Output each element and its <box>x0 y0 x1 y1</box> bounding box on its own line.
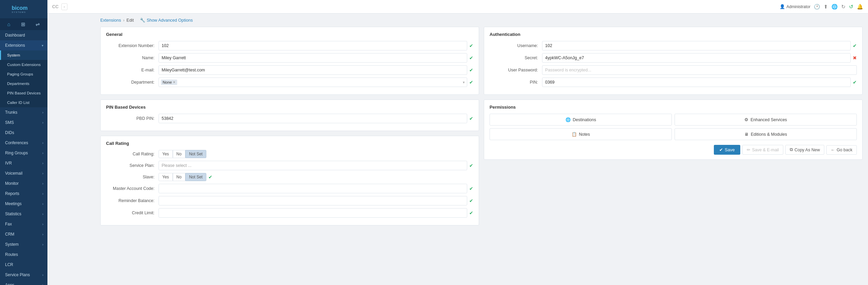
bell-icon[interactable]: 🔔 <box>857 4 863 10</box>
secret-input[interactable] <box>542 53 851 63</box>
pbd-pin-input[interactable] <box>159 114 467 123</box>
enhanced-services-btn[interactable]: ⚙ Enhanced Services <box>675 114 857 126</box>
slave-yes-btn[interactable]: Yes <box>159 173 173 181</box>
sidebar-item-dids[interactable]: DIDs <box>0 128 47 138</box>
refresh-alt-icon[interactable]: ↺ <box>849 4 853 10</box>
sidebar-item-fax[interactable]: Fax › <box>0 219 47 229</box>
chevron-right-icon: › <box>42 222 43 226</box>
department-select[interactable]: None × ▾ <box>159 78 467 87</box>
sidebar-item-crm[interactable]: CRM › <box>0 229 47 239</box>
save-email-button[interactable]: ✏ Save & E-mail <box>742 145 783 155</box>
name-input[interactable] <box>159 53 467 63</box>
extensions-submenu: System Custom Extensions Paging Groups D… <box>0 50 47 107</box>
slave-not-set-btn[interactable]: Not Set <box>185 173 206 181</box>
reminder-balance-input[interactable] <box>159 196 467 205</box>
call-rating-btn-wrap: Yes No Not Set <box>159 150 473 158</box>
sidebar-item-lcr[interactable]: LCR <box>0 260 47 270</box>
username-input[interactable] <box>542 41 851 50</box>
save-button[interactable]: ✔ Save <box>714 145 740 155</box>
sidebar-item-system2[interactable]: System › <box>0 239 47 249</box>
sidebar-item-apps[interactable]: Apps › <box>0 280 47 285</box>
slave-btn-group: Yes No Not Set <box>159 173 206 181</box>
call-rating-no-btn[interactable]: No <box>173 150 185 158</box>
sidebar-item-caller-id-list[interactable]: Caller ID List <box>0 98 47 107</box>
sidebar-item-statistics[interactable]: Statistics › <box>0 209 47 219</box>
slave-check-icon: ✔ <box>208 174 212 180</box>
topbar-left: CC - <box>52 3 67 10</box>
sidebar-item-conferences[interactable]: Conferences › <box>0 138 47 148</box>
show-advanced-options-link[interactable]: 🔧 Show Advanced Options <box>140 18 193 23</box>
svg-text:SYSTEMS: SYSTEMS <box>12 11 26 13</box>
sidebar-item-pin-based-devices[interactable]: PIN Based Devices <box>0 88 47 98</box>
sidebar-item-service-plans[interactable]: Service Plans › <box>0 270 47 280</box>
service-plan-select[interactable]: Please select ... <box>159 161 467 170</box>
slave-btn-wrap: Yes No Not Set ✔ <box>159 173 473 181</box>
master-account-input[interactable] <box>159 184 467 193</box>
chevron-right-icon: › <box>42 273 43 277</box>
chevron-right-icon: › <box>42 202 43 206</box>
chevron-right-icon: › <box>42 182 43 185</box>
sidebar-item-meetings[interactable]: Meetings › <box>0 199 47 209</box>
user-password-input[interactable]: Password is encrypted... <box>542 65 857 75</box>
breadcrumb-extensions-link[interactable]: Extensions <box>100 18 121 23</box>
master-account-wrap: ✔ <box>159 184 473 193</box>
name-row: Name: ✔ <box>106 53 473 63</box>
sidebar-item-departments[interactable]: Departments <box>0 79 47 88</box>
save-email-icon: ✏ <box>747 147 750 152</box>
home-icon[interactable]: ⌂ <box>7 21 10 27</box>
sidebar-item-monitor[interactable]: Monitor › <box>0 178 47 189</box>
extension-number-input[interactable] <box>159 41 467 50</box>
refresh-icon[interactable]: ↻ <box>841 4 846 10</box>
department-tag-remove[interactable]: × <box>173 80 175 85</box>
sidebar-item-paging-groups[interactable]: Paging Groups <box>0 69 47 79</box>
sidebar-icon-bar: ⌂ ⊞ ⇌ <box>0 19 47 30</box>
call-rating-not-set-btn[interactable]: Not Set <box>185 150 206 158</box>
reminder-balance-row: Reminder Balance: ✔ <box>106 196 473 205</box>
sidebar-item-system[interactable]: System <box>0 50 47 60</box>
pin-based-devices-title: PIN Based Devices <box>106 105 473 110</box>
clock-icon[interactable]: 🕐 <box>814 4 820 10</box>
topbar-dropdown[interactable]: - <box>61 3 67 10</box>
gear-icon: ⚙ <box>744 117 748 122</box>
upload-icon[interactable]: ⬆ <box>824 4 828 10</box>
email-input[interactable] <box>159 65 467 75</box>
credit-limit-input[interactable] <box>159 208 467 218</box>
chevron-right-icon: › <box>42 161 43 165</box>
extension-number-check-icon: ✔ <box>469 43 473 48</box>
authentication-title: Authentication <box>490 32 857 37</box>
topbar-right: 👤 Administrator 🕐 ⬆ 🌐 ↻ ↺ 🔔 <box>780 4 863 10</box>
go-back-button[interactable]: ← Go back <box>826 145 857 155</box>
pin-input[interactable] <box>542 78 851 87</box>
share-icon[interactable]: ⇌ <box>36 21 40 27</box>
master-account-label: Master Account Code: <box>106 186 159 191</box>
sidebar-item-ring-groups[interactable]: Ring Groups › <box>0 148 47 158</box>
notes-btn[interactable]: 📋 Notes <box>490 128 672 140</box>
sidebar-item-custom-extensions[interactable]: Custom Extensions <box>0 60 47 69</box>
copy-as-new-button[interactable]: ⧉ Copy As New <box>785 145 824 155</box>
sidebar-item-extensions[interactable]: Extensions ▾ <box>0 40 47 50</box>
sidebar-item-ivr[interactable]: IVR › <box>0 158 47 168</box>
editions-modules-btn[interactable]: 🖥 Editions & Modules <box>675 128 857 140</box>
action-bar: ✔ Save ✏ Save & E-mail ⧉ Copy As New ← G… <box>490 145 857 155</box>
credit-limit-wrap: ✔ <box>159 208 473 218</box>
master-account-check-icon: ✔ <box>469 186 473 191</box>
chevron-right-icon: › <box>42 172 43 175</box>
reminder-balance-wrap: ✔ <box>159 196 473 205</box>
call-rating-label: Call Rating: <box>106 152 159 156</box>
username-row: Username: ✔ <box>490 41 857 50</box>
puzzle-icon[interactable]: ⊞ <box>21 21 25 27</box>
logo: bicom SYSTEMS <box>0 0 47 19</box>
department-label: Department: <box>106 80 159 85</box>
sidebar-item-reports[interactable]: Reports › <box>0 189 47 199</box>
sidebar-item-routes[interactable]: Routes <box>0 249 47 260</box>
slave-no-btn[interactable]: No <box>173 173 185 181</box>
globe-icon[interactable]: 🌐 <box>831 4 838 10</box>
sidebar-item-sms[interactable]: SMS › <box>0 117 47 128</box>
sidebar-item-voicemail[interactable]: Voicemail › <box>0 168 47 178</box>
destinations-btn[interactable]: 🌐 Destinations <box>490 114 672 126</box>
call-rating-yes-btn[interactable]: Yes <box>159 150 173 158</box>
name-wrap: ✔ <box>159 53 473 63</box>
sidebar-item-dashboard[interactable]: Dashboard <box>0 30 47 40</box>
pin-wrap: ✔ <box>542 78 857 87</box>
sidebar-item-trunks[interactable]: Trunks › <box>0 107 47 117</box>
